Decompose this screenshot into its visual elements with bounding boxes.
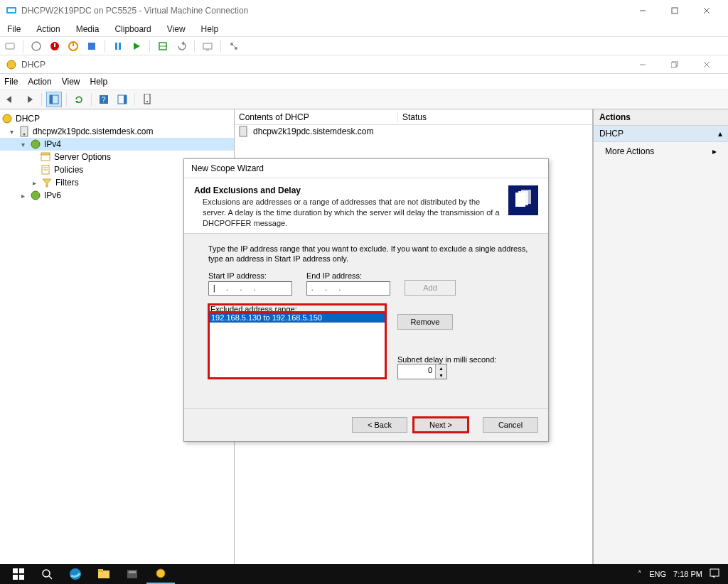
- svg-rect-6: [6, 43, 14, 49]
- subnet-delay-spinner[interactable]: 0 ▲ ▼: [397, 364, 447, 379]
- revert-icon[interactable]: [174, 39, 188, 53]
- forward-icon[interactable]: [21, 92, 37, 107]
- actions-section[interactable]: DHCP ▴: [594, 126, 728, 142]
- content-col-contents[interactable]: Contents of DHCP: [235, 112, 398, 122]
- collapse-icon[interactable]: ▴: [718, 129, 722, 139]
- spinner-up-icon[interactable]: ▲: [436, 364, 446, 372]
- checkpoint-icon[interactable]: [156, 39, 170, 53]
- vm-minimize-button[interactable]: [626, 1, 658, 21]
- svg-marker-49: [43, 179, 51, 187]
- filters-icon: [41, 177, 53, 188]
- taskbar: ˄ ENG 7:18 PM: [0, 564, 728, 584]
- content-col-status[interactable]: Status: [398, 112, 427, 122]
- svg-rect-57: [13, 575, 18, 580]
- start-icon[interactable]: [29, 39, 43, 53]
- dhcp-minimize-button[interactable]: [626, 54, 658, 75]
- shutdown-icon[interactable]: [66, 39, 80, 53]
- actions-title: Actions: [594, 109, 728, 126]
- end-ip-input[interactable]: . . .: [306, 281, 390, 296]
- spinner-down-icon[interactable]: ▼: [436, 372, 446, 379]
- vm-menu-view[interactable]: View: [164, 23, 188, 36]
- tree-server[interactable]: ▾ dhcpw2k19pdc.sistemdesk.com: [0, 125, 234, 138]
- dhcp-menu-action[interactable]: Action: [28, 77, 51, 87]
- enhanced-icon[interactable]: [200, 39, 215, 53]
- reset-icon[interactable]: [129, 39, 144, 53]
- actions-pane-icon[interactable]: [114, 92, 130, 107]
- vm-icon: [6, 5, 17, 16]
- save-icon[interactable]: [85, 39, 99, 53]
- svg-rect-51: [240, 126, 247, 136]
- vm-menu-help[interactable]: Help: [198, 23, 222, 36]
- back-icon[interactable]: [3, 92, 18, 107]
- content-row-server[interactable]: dhcpw2k19pdc.sistemdesk.com: [235, 125, 592, 138]
- back-button[interactable]: < Back: [352, 417, 407, 433]
- excluded-listbox[interactable]: 192.168.5.130 to 192.168.5.150: [208, 312, 386, 379]
- taskbar-dhcp-icon[interactable]: [146, 564, 175, 584]
- tree-root[interactable]: DHCP: [0, 112, 234, 125]
- refresh-icon[interactable]: [71, 92, 87, 107]
- vm-close-button[interactable]: [690, 1, 722, 21]
- ipv6-icon: [30, 190, 41, 201]
- svg-marker-30: [28, 96, 33, 103]
- add-button[interactable]: Add: [405, 280, 456, 296]
- dhcp-menu-view[interactable]: View: [62, 77, 80, 87]
- dhcp-menu-help[interactable]: Help: [90, 77, 108, 87]
- taskbar-explorer-icon[interactable]: [90, 564, 118, 584]
- dhcp-root-icon: [1, 113, 13, 124]
- vm-menu-file[interactable]: File: [4, 23, 23, 36]
- vm-maximize-button[interactable]: [658, 1, 690, 21]
- taskbar-servermgr-icon[interactable]: [118, 564, 146, 584]
- svg-rect-32: [50, 95, 53, 104]
- tray-time[interactable]: 7:18 PM: [673, 570, 702, 578]
- system-tray[interactable]: ˄ ENG 7:18 PM: [638, 568, 724, 580]
- start-ip-input[interactable]: . . .: [208, 281, 292, 296]
- pause-icon[interactable]: [111, 39, 125, 53]
- wizard-header: Add Exclusions and Delay Exclusions are …: [184, 178, 548, 234]
- end-ip-label: End IP address:: [306, 271, 390, 280]
- help-icon[interactable]: ?: [96, 92, 112, 107]
- next-button[interactable]: Next >: [413, 417, 469, 433]
- dhcp-restore-button[interactable]: [658, 54, 690, 75]
- dhcp-app-icon: [6, 59, 17, 70]
- svg-rect-12: [88, 43, 95, 50]
- tray-up-icon[interactable]: ˄: [638, 570, 642, 579]
- wizard-footer: < Back Next > Cancel: [184, 408, 548, 441]
- remove-button[interactable]: Remove: [397, 314, 453, 330]
- chevron-down-icon[interactable]: ▾: [7, 128, 16, 136]
- svg-rect-65: [129, 571, 136, 573]
- search-icon[interactable]: [33, 564, 61, 584]
- wizard-logo-icon: [508, 185, 538, 215]
- share-icon[interactable]: [227, 39, 241, 53]
- turnoff-icon[interactable]: [48, 39, 62, 53]
- svg-line-22: [232, 45, 235, 48]
- server-icon[interactable]: [139, 92, 155, 107]
- svg-rect-11: [73, 43, 74, 46]
- tray-lang[interactable]: ENG: [649, 570, 666, 578]
- start-button[interactable]: [4, 564, 33, 584]
- svg-line-60: [49, 576, 52, 579]
- chevron-down-icon[interactable]: ▾: [18, 141, 27, 148]
- svg-rect-13: [115, 43, 117, 50]
- cancel-button[interactable]: Cancel: [483, 417, 538, 433]
- svg-rect-54: [521, 190, 531, 204]
- tree-ipv4[interactable]: ▾ IPv4: [0, 138, 234, 151]
- tray-notifications-icon[interactable]: [710, 568, 719, 580]
- actions-more[interactable]: More Actions ▸: [594, 142, 728, 161]
- ctrlaltdel-icon[interactable]: [3, 39, 17, 53]
- excluded-entry[interactable]: 192.168.5.130 to 192.168.5.150: [209, 313, 385, 323]
- chevron-right-icon[interactable]: ▸: [18, 192, 27, 200]
- taskbar-edge-icon[interactable]: [61, 564, 90, 584]
- svg-point-7: [32, 42, 41, 50]
- svg-point-50: [31, 191, 40, 200]
- vm-menu-clipboard[interactable]: Clipboard: [112, 23, 154, 36]
- vm-menu-media[interactable]: Media: [73, 23, 102, 36]
- dhcp-close-button[interactable]: [690, 54, 722, 75]
- vm-menu-action[interactable]: Action: [33, 23, 63, 36]
- wizard-instruction: Type the IP address range that you want …: [208, 244, 531, 265]
- chevron-right-icon: ▸: [712, 146, 717, 156]
- dhcp-menu-file[interactable]: File: [4, 77, 18, 87]
- svg-rect-19: [206, 50, 209, 50]
- show-hide-tree-icon[interactable]: [46, 92, 62, 107]
- svg-marker-29: [6, 96, 11, 103]
- chevron-right-icon[interactable]: ▸: [30, 179, 38, 187]
